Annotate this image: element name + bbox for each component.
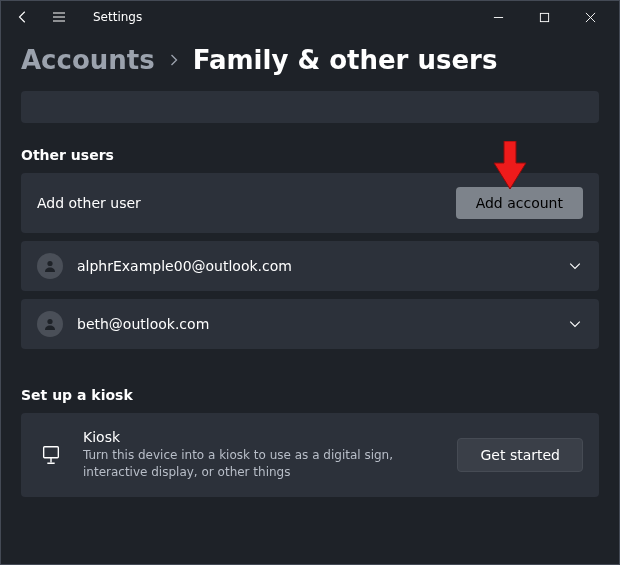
avatar <box>37 253 63 279</box>
kiosk-icon <box>37 444 65 466</box>
hamburger-icon[interactable] <box>49 7 69 27</box>
get-started-button[interactable]: Get started <box>457 438 583 472</box>
breadcrumb: Accounts Family & other users <box>1 33 619 85</box>
svg-point-1 <box>47 261 52 266</box>
svg-rect-3 <box>44 447 59 458</box>
window-title: Settings <box>93 10 142 24</box>
svg-rect-0 <box>540 13 548 21</box>
kiosk-item-title: Kiosk <box>83 429 439 445</box>
chevron-down-icon <box>567 316 583 332</box>
add-other-user-label: Add other user <box>37 195 456 211</box>
annotation-arrow-icon <box>491 141 529 191</box>
user-email: beth@outlook.com <box>77 316 553 332</box>
svg-point-2 <box>47 319 52 324</box>
minimize-button[interactable] <box>475 1 521 33</box>
page-title: Family & other users <box>193 45 498 75</box>
breadcrumb-parent[interactable]: Accounts <box>21 45 155 75</box>
collapsed-panel[interactable] <box>21 91 599 123</box>
kiosk-row: Kiosk Turn this device into a kiosk to u… <box>21 413 599 497</box>
avatar <box>37 311 63 337</box>
title-bar: Settings <box>1 1 619 33</box>
kiosk-item-desc: Turn this device into a kiosk to use as … <box>83 447 423 481</box>
back-icon[interactable] <box>13 7 33 27</box>
maximize-button[interactable] <box>521 1 567 33</box>
user-row[interactable]: beth@outlook.com <box>21 299 599 349</box>
user-row[interactable]: alphrExample00@outlook.com <box>21 241 599 291</box>
add-account-button[interactable]: Add account <box>456 187 583 219</box>
section-title-kiosk: Set up a kiosk <box>21 387 599 403</box>
chevron-right-icon <box>169 50 179 71</box>
user-email: alphrExample00@outlook.com <box>77 258 553 274</box>
chevron-down-icon <box>567 258 583 274</box>
close-button[interactable] <box>567 1 613 33</box>
